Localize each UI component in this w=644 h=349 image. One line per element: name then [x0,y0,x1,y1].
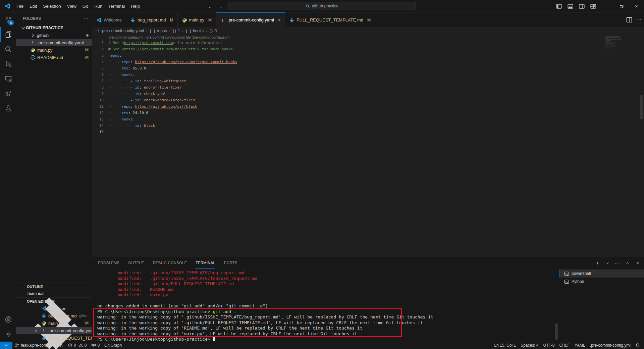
status-eol[interactable]: CRLF [557,342,572,349]
breadcrumb-item[interactable]: !.pre-commit-config.yaml [98,29,144,33]
terminal-output[interactable]: modified: .github/ISSUE_TEMPLATE/bug_rep… [92,269,559,342]
modified-dot-badge [86,34,89,37]
minimap[interactable] [605,37,625,52]
line-number: 13 [94,116,104,122]
python-icon [182,17,187,23]
bell-icon[interactable] [633,342,644,349]
code-text: ··········- id: trailing-whitespace [108,78,600,84]
forward-arrow-icon[interactable]: → [218,3,223,9]
tab-main-py[interactable]: main.pyM [178,12,216,27]
tab-pull-request-template-md[interactable]: PULL_REQUEST_TEMPLATE.mdM [285,12,375,27]
activity-search-icon[interactable] [0,42,16,57]
activity-testing-icon[interactable] [0,101,16,116]
remote-indicator[interactable]: >< [0,342,12,349]
symbol-icon: [ ] [185,29,192,33]
breadcrumb[interactable]: !.pre-commit-config.yaml›[ ]repos›{}1›[ … [92,27,644,35]
code-text: ··········- id: end-of-file-fixer [108,84,600,91]
panel-tab-terminal[interactable]: TERMINAL [196,257,215,269]
section-open-editors[interactable]: OPEN EDITORS [16,297,92,305]
tab-label: .pre-commit-config.yaml [227,17,274,22]
restore-button[interactable] [614,0,629,12]
activity-extensions-icon[interactable] [0,86,16,101]
menu-help[interactable]: Help [128,0,143,12]
close-icon[interactable]: × [278,17,281,23]
status-language-mode[interactable]: YAML [572,342,588,349]
menu-file[interactable]: File [13,0,26,12]
tab-label: bug_report.md [138,17,166,22]
section-timeline[interactable]: TIMELINE [16,290,92,297]
tree-item--pre-commit-config-yaml[interactable]: !.pre-commit-config.yaml [16,39,92,46]
tab-bug-report-md[interactable]: bug_report.mdM [126,12,178,27]
close-icon[interactable]: × [34,328,39,333]
layout-sidebar-left-icon[interactable] [553,0,565,12]
command-center[interactable]: github-practice [228,2,416,10]
menu-selection[interactable]: Selection [40,0,64,12]
menu-terminal[interactable]: Terminal [105,0,128,12]
symbol-icon: {} [209,29,213,33]
terminal-instance-python[interactable]: Python [559,278,644,286]
tree-item-main-py[interactable]: main.pyM [16,46,92,54]
file-label: README.md [37,55,83,60]
activity-remote-explorer-icon[interactable] [0,71,16,86]
panel-tab-ports[interactable]: PORTS [224,257,237,269]
activity-explorer-icon[interactable] [0,27,16,42]
breadcrumb-separator: › [146,29,147,34]
breadcrumb-item[interactable]: [ ]hooks [185,29,204,33]
status-cursor-position[interactable]: Ln 15, Col 1 [492,342,518,349]
activity-account-icon[interactable] [0,312,16,327]
panel-close-icon[interactable]: × [635,260,641,266]
breadcrumb-item[interactable]: {}1 [172,29,180,33]
tree-root[interactable]: GITHUB-PRACTICE [16,24,92,32]
terminal-cursor [213,337,215,341]
terminal-instance-powershell[interactable]: powershell [559,269,644,278]
status-indentation[interactable]: Spaces: 4 [518,342,541,349]
panel-tab-output[interactable]: OUTPUT [128,257,144,269]
close-button[interactable]: × [629,0,644,12]
panel-chevron-up-icon[interactable] [625,260,631,266]
open-editor--pre-commit-config-yaml[interactable]: ×!.pre-commit-config.yaml [16,327,92,334]
layout-customize-icon[interactable] [587,0,599,12]
breadcrumb-item[interactable]: {}0 [209,29,217,33]
tree-item--github[interactable]: .github [16,32,92,39]
open-editor-welcome[interactable]: Welcome [16,305,92,312]
activity-settings-gear-icon[interactable] [0,327,16,342]
panel-tab-debug-console[interactable]: DEBUG CONSOLE [153,257,187,269]
sidebar-more-icon[interactable]: ··· [84,16,89,20]
editor-more-icon[interactable]: ··· [636,17,641,23]
code-text: ··········- id: check-yaml [108,91,600,97]
panel-plus-icon[interactable]: + [594,260,600,266]
git-graph-button[interactable]: Git Graph [102,342,124,349]
menu-edit[interactable]: Edit [26,0,40,12]
menu-go[interactable]: Go [79,0,91,12]
panel-tab-problems[interactable]: PROBLEMS [98,257,119,269]
split-editor-icon[interactable] [626,16,633,23]
editor-pane[interactable]: .pre-commit-config.yml - pre-commit conf… [92,35,644,257]
panel-chevron-down-icon[interactable] [604,260,610,266]
tree-item-readme-md[interactable]: README.mdM [16,54,92,61]
open-editor-main-py[interactable]: main.pyM [16,319,92,327]
panel-more-icon[interactable]: ··· [614,260,621,266]
svg-text:!: ! [222,17,223,22]
open-editor-bug-report-md[interactable]: bug_report.md.githu...M [16,312,92,319]
back-arrow-icon[interactable]: ← [208,3,213,9]
editor-scrollbar[interactable] [640,95,643,119]
activity-source-control-icon[interactable]: 5 [0,12,16,27]
open-editor-pull-request-tem-[interactable]: PULL_REQUEST_TEM...M [16,334,92,342]
terminal-scrollbar[interactable] [555,323,558,340]
layout-panel-icon[interactable] [565,0,576,12]
layout-sidebar-right-icon[interactable] [576,0,587,12]
menu-view[interactable]: View [64,0,79,12]
status-schema-name[interactable]: .pre-commit-config.yml [588,342,633,349]
terminal-line: modified: .github/PULL_REQUEST_TEMPLATE.… [97,281,559,287]
section-outline[interactable]: OUTLINE [16,283,92,290]
activity-run-debug-icon[interactable] [0,57,16,71]
menu-run[interactable]: Run [91,0,105,12]
tab-welcome[interactable]: Welcome [92,12,126,27]
titlebar-controls: – × [553,0,644,12]
minimize-button[interactable]: – [599,0,614,12]
breadcrumb-item[interactable]: [ ]repos [149,29,167,33]
code-text: ······hooks: [108,71,600,78]
tab--pre-commit-config-yaml[interactable]: !.pre-commit-config.yaml× [216,12,285,27]
status-encoding[interactable]: UTF-8 [541,342,557,349]
breadcrumb-separator: › [169,29,170,34]
